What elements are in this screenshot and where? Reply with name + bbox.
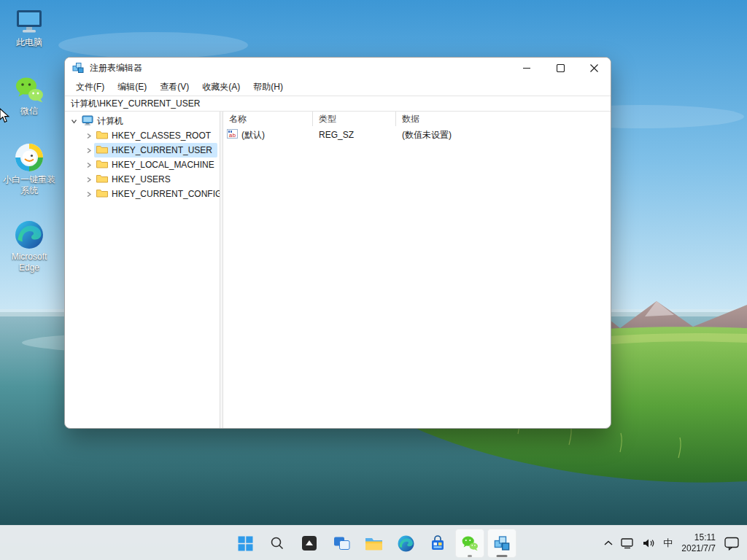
- search-button[interactable]: [263, 529, 292, 558]
- desktop: 此电脑 微信 小白一键重装系统 Microsoft Edge 注册表编辑器: [0, 0, 747, 560]
- chevron-right-icon[interactable]: [82, 191, 94, 198]
- clock[interactable]: 15:112021/7/7: [677, 530, 720, 556]
- volume-button[interactable]: [638, 530, 659, 556]
- network-button[interactable]: [617, 530, 638, 556]
- tree-item-label: HKEY_USERS: [112, 174, 171, 184]
- wechat-icon: [461, 535, 479, 551]
- clock-date: 2021/7/7: [681, 543, 716, 554]
- chevron-right-icon[interactable]: [82, 133, 94, 139]
- address-bar-input[interactable]: [65, 96, 611, 111]
- tree-item-label: HKEY_CURRENT_USER: [112, 145, 212, 155]
- address-bar: [65, 96, 611, 112]
- desktop-icon-label: Microsoft Edge: [1, 252, 57, 273]
- desktop-icon-this-pc[interactable]: 此电脑: [1, 4, 57, 48]
- folder-icon: [96, 130, 108, 141]
- selected-tree-item[interactable]: HKEY_CURRENT_USER: [94, 143, 217, 158]
- volume-icon: [642, 537, 655, 549]
- start-button[interactable]: [231, 529, 260, 558]
- wechat-icon: [15, 73, 44, 104]
- file-explorer-icon: [365, 536, 383, 551]
- dark-app-icon: [301, 535, 317, 551]
- computer-icon: [82, 115, 93, 128]
- menu-item-file[interactable]: 文件(F): [69, 79, 111, 96]
- registry-editor-icon: [494, 535, 510, 551]
- chevron-right-icon[interactable]: [82, 147, 94, 154]
- edge-icon: [398, 535, 414, 552]
- chevron-right-icon[interactable]: [82, 162, 94, 168]
- desktop-icon-wechat[interactable]: 微信: [1, 73, 57, 117]
- maximize-button[interactable]: [543, 58, 577, 78]
- dark-app-button[interactable]: [295, 529, 324, 558]
- minimize-button[interactable]: [510, 58, 543, 78]
- chevron-right-icon[interactable]: [82, 176, 94, 183]
- registry-editor-app-icon: [72, 62, 84, 74]
- folder-icon: [96, 188, 108, 200]
- value-name: (默认): [241, 129, 265, 141]
- tree-item-hkey-users[interactable]: HKEY_USERS: [65, 172, 220, 187]
- desktop-icon-xiaobai-reinstall[interactable]: 小白一键重装系统: [1, 141, 57, 196]
- search-icon: [270, 536, 285, 551]
- registry-editor-window: 注册表编辑器 文件(F) 编辑(E) 查看(V) 收藏夹(A) 帮助(H) 计算…: [64, 57, 611, 429]
- column-header-name[interactable]: 名称: [223, 112, 313, 126]
- wechat-button[interactable]: [455, 529, 484, 558]
- window-title: 注册表编辑器: [90, 62, 142, 74]
- menu-item-help[interactable]: 帮助(H): [247, 79, 290, 96]
- desktop-icon-label: 微信: [20, 106, 38, 117]
- string-value-icon: ab: [227, 129, 238, 141]
- value-data: (数值未设置): [396, 129, 611, 141]
- tree-item-label: HKEY_LOCAL_MACHINE: [112, 160, 214, 170]
- xiaobai-reinstall-icon: [15, 141, 44, 172]
- tree-item-label: HKEY_CLASSES_ROOT: [112, 131, 211, 141]
- taskbar: 中 15:112021/7/7: [0, 525, 747, 560]
- registry-values-pane: 名称 类型 数据 ab (默认) REG_SZ (数值未设置): [223, 112, 611, 428]
- svg-text:ab: ab: [229, 132, 236, 139]
- ime-indicator[interactable]: 中: [659, 530, 676, 556]
- registry-value-row[interactable]: ab (默认) REG_SZ (数值未设置): [223, 128, 611, 142]
- windows-logo-icon: [238, 536, 253, 551]
- tree-item-label: HKEY_CURRENT_CONFIG: [112, 189, 220, 199]
- store-icon: [430, 535, 446, 551]
- network-icon: [621, 537, 634, 549]
- tree-item-hkey-current-user[interactable]: HKEY_CURRENT_USER: [65, 143, 220, 158]
- close-button[interactable]: [577, 58, 611, 78]
- titlebar[interactable]: 注册表编辑器: [65, 58, 611, 78]
- desktop-icon-label: 小白一键重装系统: [1, 174, 57, 196]
- tree-item-hkey-current-config[interactable]: HKEY_CURRENT_CONFIG: [65, 187, 220, 201]
- registry-tree-pane: 计算机 HKEY_CLASSES_ROOT HKEY_CURRENT_USER …: [65, 112, 220, 428]
- menu-bar: 文件(F) 编辑(E) 查看(V) 收藏夹(A) 帮助(H): [65, 78, 611, 96]
- folder-icon: [96, 174, 108, 185]
- registry-editor-button[interactable]: [487, 529, 516, 558]
- file-explorer-button[interactable]: [359, 529, 388, 558]
- tree-item-computer[interactable]: 计算机: [65, 114, 220, 128]
- notification-chat-icon: [724, 537, 739, 551]
- chevron-down-icon[interactable]: [68, 118, 80, 125]
- menu-item-favorites[interactable]: 收藏夹(A): [196, 79, 247, 96]
- notification-center-button[interactable]: [721, 530, 743, 556]
- value-type: REG_SZ: [313, 130, 396, 140]
- folder-icon: [96, 144, 108, 156]
- tray-expand-button[interactable]: [600, 530, 616, 556]
- tree-item-hkey-classes-root[interactable]: HKEY_CLASSES_ROOT: [65, 128, 220, 143]
- folder-icon: [96, 159, 108, 171]
- this-pc-icon: [15, 4, 44, 35]
- edge-button[interactable]: [391, 529, 420, 558]
- task-view-icon: [333, 536, 350, 551]
- column-header-type[interactable]: 类型: [313, 112, 396, 126]
- store-button[interactable]: [423, 529, 452, 558]
- tree-item-hkey-local-machine[interactable]: HKEY_LOCAL_MACHINE: [65, 158, 220, 172]
- desktop-icon-label: 此电脑: [16, 37, 42, 48]
- menu-item-edit[interactable]: 编辑(E): [111, 79, 153, 96]
- edge-icon: [15, 219, 44, 249]
- clock-time: 15:11: [681, 532, 716, 543]
- column-header-data[interactable]: 数据: [396, 112, 611, 126]
- chevron-up-icon: [604, 540, 613, 546]
- tree-item-label: 计算机: [97, 115, 123, 128]
- list-header: 名称 类型 数据: [223, 112, 611, 126]
- desktop-icon-edge[interactable]: Microsoft Edge: [1, 219, 57, 273]
- task-view-button[interactable]: [327, 529, 356, 558]
- menu-item-view[interactable]: 查看(V): [153, 79, 196, 96]
